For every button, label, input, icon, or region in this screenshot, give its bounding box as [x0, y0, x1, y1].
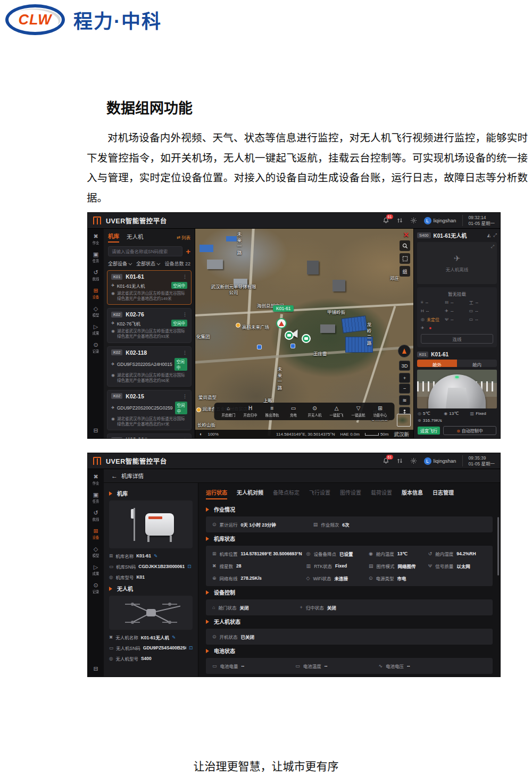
- nav-rail-item[interactable]: ⊙ 记录: [92, 582, 99, 594]
- nav-rail-item[interactable]: ⊙ 记录: [92, 341, 99, 354]
- nav-rail-item[interactable]: ▷ 成果: [92, 323, 99, 336]
- compass-icon[interactable]: [398, 345, 411, 357]
- username[interactable]: liqingshan: [434, 218, 456, 223]
- map-search-icon[interactable]: [400, 240, 410, 251]
- user-avatar[interactable]: L: [424, 217, 431, 224]
- drone-video-placeholder[interactable]: ⤢ ✈ 无人机离线: [417, 242, 497, 284]
- map-action-button[interactable]: ≡ 推出滑轨: [265, 405, 280, 418]
- dock-camera-view[interactable]: [417, 370, 497, 408]
- stat-value: --: [325, 663, 328, 669]
- more-menu-icon[interactable]: ⋮: [182, 274, 187, 279]
- username[interactable]: liqingshan: [434, 458, 456, 464]
- snapshot-icon[interactable]: ◭: [487, 232, 491, 238]
- map-3d-button[interactable]: 3D: [399, 361, 410, 371]
- map-action-button[interactable]: ⊞ 功能中心: [373, 405, 388, 418]
- scrollbar[interactable]: [497, 517, 499, 575]
- detail-tab[interactable]: 版本信息: [402, 488, 423, 499]
- tab-drone[interactable]: 无人机: [127, 232, 144, 242]
- mini-map[interactable]: [397, 414, 411, 427]
- back-arrow-icon[interactable]: ←: [111, 472, 118, 480]
- map-label: 甲铺岭街: [327, 308, 345, 315]
- field-action-icon[interactable]: ⊡: [189, 645, 193, 650]
- stat-value: 114.5781269°E 30.5006693°N: [241, 551, 302, 556]
- tab-cabin-inside[interactable]: 舱内: [457, 360, 497, 367]
- clock-time: 09:35:39: [468, 455, 495, 461]
- notification-bell-icon[interactable]: 61: [383, 457, 389, 464]
- nav-rail-item[interactable]: ⊞ 设备: [92, 528, 99, 540]
- stat: ⊕ 网络有线 278.25K/s: [212, 575, 302, 581]
- app-title: UVER智能管控平台: [106, 215, 167, 226]
- connect-button[interactable]: 连线: [421, 334, 493, 344]
- map-action-button[interactable]: ▽ 一键返航: [351, 405, 366, 418]
- dock-marker[interactable]: [302, 334, 311, 343]
- map-action-button[interactable]: ⌂ 开启舱门: [221, 405, 236, 418]
- nav-rail-item[interactable]: ↺ 航线: [92, 269, 99, 281]
- nav-rail-item[interactable]: ✖ 作业: [92, 473, 99, 486]
- detail-tab[interactable]: 飞行设置: [309, 488, 330, 499]
- detail-tab[interactable]: 载荷设置: [371, 488, 392, 499]
- filter-status-dropdown[interactable]: 全部状态: [136, 260, 159, 267]
- map-action-button[interactable]: △ 一键起飞: [329, 405, 344, 418]
- nav-rail-item[interactable]: ✖ 作业: [92, 233, 99, 245]
- nav-rail-item[interactable]: ◇ 模型: [92, 305, 99, 318]
- nav-rail-item[interactable]: ▣ 任务: [92, 251, 99, 263]
- dock-marker[interactable]: [285, 331, 294, 340]
- field-action-icon[interactable]: ✎: [172, 635, 176, 640]
- layers-button[interactable]: ≋: [399, 395, 410, 405]
- device-card[interactable]: K03 K03-60# ⋮ ✈ 60(p-160)无人机 空闲中 ◉ 湖北省武汉…: [107, 433, 192, 438]
- more-menu-icon[interactable]: ⋮: [182, 350, 187, 355]
- status-detail-column: 运行状态无人机对频备降点标定飞行设置图传设置载荷设置版本信息日志管理 作业情况 …: [198, 483, 500, 677]
- auto-control-button[interactable]: ⊛自动控制中: [443, 426, 496, 435]
- map-action-button[interactable]: H 开启归中: [243, 405, 258, 418]
- more-menu-icon[interactable]: ⋮: [182, 312, 187, 317]
- zoom-in-button[interactable]: +: [399, 373, 410, 383]
- data-switch-icon[interactable]: [396, 457, 403, 464]
- user-avatar[interactable]: L: [424, 457, 431, 465]
- map-action-button[interactable]: ⊙ 开无人机: [307, 405, 322, 418]
- detail-tab[interactable]: 图传设置: [340, 488, 361, 499]
- nav-rail-item[interactable]: ▷ 成果: [92, 564, 99, 576]
- nav-rail-item[interactable]: ↺ 航线: [92, 510, 99, 522]
- map-group-tool-icon[interactable]: 组: [400, 266, 410, 277]
- drone-position-marker[interactable]: [276, 318, 287, 329]
- add-device-button[interactable]: +: [186, 248, 190, 255]
- field-action-icon[interactable]: ✎: [154, 553, 157, 558]
- detail-tab[interactable]: 运行状态: [206, 488, 227, 499]
- stat-icon: ⌂: [212, 605, 215, 610]
- search-input[interactable]: [108, 246, 182, 256]
- dock-quick-stats: ◎5℃ ◉13℃ ▥Fixed ⊕316.79K/s: [414, 408, 500, 424]
- notification-bell-icon[interactable]: 61: [383, 217, 389, 224]
- detail-tab[interactable]: 备降点标定: [273, 488, 300, 499]
- map-action-button[interactable]: ▭ 充电: [287, 405, 301, 418]
- list-view-toggle[interactable]: ⇄ 列表: [177, 234, 190, 240]
- fullscreen-icon[interactable]: ⤢: [493, 232, 497, 238]
- nav-rail-item[interactable]: ◇ 模型: [92, 546, 99, 558]
- close-icon[interactable]: ✕: [403, 231, 409, 239]
- more-menu-icon[interactable]: ⋮: [182, 394, 187, 399]
- visibility-icon[interactable]: ◐: [200, 431, 202, 437]
- detail-tab[interactable]: 日志管理: [433, 488, 454, 499]
- nav-rail-item[interactable]: ⊞ 设备: [92, 287, 99, 299]
- stat-icon: ▭: [295, 663, 300, 669]
- satellite-map[interactable]: 未来一路 武汉新创元半导体有限公司 海创总部空间 甲铺岭街 邓庄 高科未来广场 …: [195, 229, 413, 438]
- field-action-icon[interactable]: ⊡: [187, 564, 191, 569]
- device-card[interactable]: K01 K01-61 ⋮ ✈ K01-61无人机 空闲中 ◉ 湖北省武汉市洪山区…: [107, 270, 192, 305]
- tab-dock[interactable]: 机库: [108, 232, 119, 243]
- device-card[interactable]: K02 K02-76 ⋮ ✈ K02-76飞机 空闲中 ◉ 湖北省武汉市洪山区左…: [107, 308, 192, 343]
- device-card[interactable]: K02 K02-15 ⋮ ✈ GDU9PZ20S200C25G0259 空闲中 …: [107, 390, 192, 430]
- nav-rail-item[interactable]: ▣ 任务: [92, 491, 99, 504]
- zoom-out-button[interactable]: −: [399, 383, 410, 394]
- detail-tab[interactable]: 无人机对频: [237, 488, 263, 499]
- settings-gear-icon[interactable]: [410, 457, 417, 464]
- map-select-area-icon[interactable]: [400, 253, 410, 264]
- settings-gear-icon[interactable]: [410, 217, 417, 224]
- data-switch-icon[interactable]: [396, 217, 403, 224]
- filter-device-dropdown[interactable]: 全部设备: [108, 260, 131, 267]
- tab-cabin-outside[interactable]: 舱外: [417, 360, 457, 367]
- dock-name-marker[interactable]: K01-61: [273, 305, 294, 312]
- more-menu-icon[interactable]: ⋮: [182, 437, 187, 438]
- rail-collapse-icon[interactable]: ⊟: [93, 427, 98, 434]
- rail-collapse-icon[interactable]: ⊟: [93, 665, 98, 672]
- device-card[interactable]: K02 K02-118 ⋮ ✈ GDU9FS20220SA24H0015 空闲中…: [107, 346, 192, 387]
- video-corner-icons[interactable]: ⤢: [491, 244, 494, 249]
